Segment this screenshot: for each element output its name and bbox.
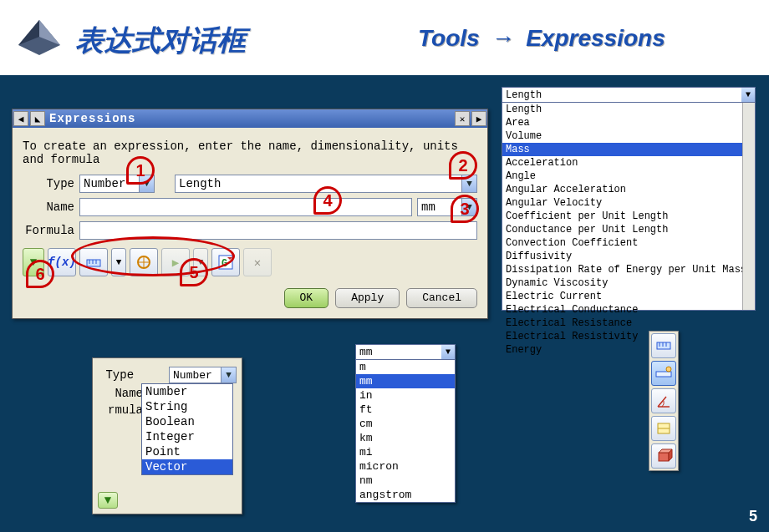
type-popup-combo[interactable]: Number ▼: [169, 367, 237, 383]
measure-length-button[interactable]: [651, 361, 676, 386]
dialog-hint: To create an expression, enter the name,…: [23, 139, 477, 166]
list-item[interactable]: Boolean: [142, 414, 232, 429]
next-button[interactable]: ▶: [161, 248, 190, 276]
list-item[interactable]: Electrical Resistivity: [502, 330, 755, 343]
unit-combo[interactable]: mm ▼: [417, 198, 477, 216]
chevron-down-icon[interactable]: ▼: [221, 367, 236, 383]
type-label: Type: [98, 368, 134, 382]
type-value: Number: [84, 177, 125, 190]
svg-text:G: G: [222, 258, 227, 270]
type-combo[interactable]: Number ▼: [79, 175, 155, 193]
list-item[interactable]: in: [356, 388, 455, 403]
list-item[interactable]: Length: [502, 103, 755, 116]
list-item[interactable]: micron: [356, 459, 455, 474]
apply-button[interactable]: Apply: [335, 288, 400, 308]
measure-menu-button[interactable]: ▼: [111, 248, 126, 276]
page-title: 表达式对话框: [75, 22, 246, 60]
page-number: 5: [749, 508, 757, 525]
chevron-down-icon[interactable]: ▼: [461, 199, 476, 215]
measure-body-button[interactable]: [651, 443, 676, 469]
measure-face-button[interactable]: [651, 416, 676, 441]
list-item[interactable]: Dynamic Viscosity: [502, 276, 755, 290]
delete-button: ✕: [243, 248, 272, 276]
formula-label: Formula: [23, 224, 74, 237]
list-item[interactable]: angstrom: [356, 488, 455, 502]
list-item[interactable]: nm: [356, 474, 455, 488]
list-item[interactable]: mi: [356, 445, 455, 459]
list-item[interactable]: Volume: [502, 129, 755, 143]
breadcrumb-left: Tools: [418, 25, 480, 51]
unit-popup-selected: mm: [359, 346, 373, 358]
breadcrumb: Tools → Expressions: [418, 25, 665, 52]
pin-button[interactable]: ◣: [30, 111, 45, 126]
list-item[interactable]: mm: [356, 374, 455, 388]
chevron-down-icon[interactable]: ▼: [441, 345, 455, 359]
chevron-down-icon[interactable]: ▼: [461, 175, 476, 192]
close-button[interactable]: ✕: [455, 111, 470, 126]
chevron-down-icon[interactable]: ▼: [741, 88, 755, 102]
list-item[interactable]: Point: [142, 444, 232, 459]
name-input[interactable]: [79, 198, 412, 216]
type-options-list[interactable]: NumberStringBooleanIntegerPointVector: [141, 383, 233, 475]
list-item[interactable]: ft: [356, 403, 455, 417]
dimensionality-value: Length: [179, 177, 221, 190]
list-item[interactable]: Diffusivity: [502, 250, 755, 263]
dimensionality-listbox[interactable]: Length ▼ LengthAreaVolumeMassAcceleratio…: [502, 87, 756, 311]
list-item[interactable]: cm: [356, 417, 455, 431]
dialog-title: Expressions: [49, 112, 135, 125]
list-item[interactable]: Conductance per Unit Length: [502, 223, 755, 236]
ok-button[interactable]: OK: [284, 288, 329, 308]
svg-rect-12: [657, 342, 670, 349]
unit-popup[interactable]: mm ▼ mmminftcmkmmimicronnmangstrom: [355, 344, 456, 503]
scrollbar[interactable]: [742, 103, 755, 310]
list-item[interactable]: Area: [502, 116, 755, 129]
type-label: Type: [23, 177, 74, 190]
list-item[interactable]: Electrical Conductance: [502, 303, 755, 317]
list-item[interactable]: Coefficient per Unit Length: [502, 210, 755, 223]
unit-value: mm: [421, 200, 435, 214]
list-item[interactable]: Vector: [142, 459, 232, 474]
svg-rect-16: [656, 372, 671, 377]
list-item[interactable]: Dissipation Rate of Energy per Unit Mass: [502, 263, 755, 276]
cancel-button[interactable]: Cancel: [406, 288, 477, 308]
measure-distance-button[interactable]: [651, 333, 676, 358]
list-item[interactable]: Energy: [502, 343, 755, 357]
list-item[interactable]: km: [356, 431, 455, 445]
measure-button[interactable]: [79, 248, 108, 276]
list-item[interactable]: Acceleration: [502, 156, 755, 170]
svg-point-17: [666, 367, 671, 372]
list-item[interactable]: Electric Current: [502, 290, 755, 303]
spreadsheet-button[interactable]: G: [211, 248, 240, 276]
list-item[interactable]: String: [142, 399, 232, 414]
app-logo: [15, 18, 64, 60]
list-item[interactable]: Convection Coefficient: [502, 236, 755, 250]
dimensionality-selected: Length: [506, 89, 542, 101]
list-item[interactable]: Angular Velocity: [502, 196, 755, 210]
list-item[interactable]: Mass: [502, 143, 755, 156]
accept-expression-button[interactable]: ▼: [98, 492, 118, 509]
measure-angle-button[interactable]: [651, 388, 676, 413]
accept-expression-button[interactable]: ▼: [23, 248, 44, 276]
nav-back-button[interactable]: ◀: [13, 111, 28, 126]
list-item[interactable]: Angular Acceleration: [502, 183, 755, 196]
dimensionality-combo[interactable]: Length ▼: [175, 175, 477, 193]
list-item[interactable]: Number: [142, 384, 232, 399]
next-menu-button[interactable]: ▼: [193, 248, 208, 276]
expressions-dialog: ◀ ◣ Expressions ✕ ▶ To create an express…: [12, 109, 488, 319]
function-button[interactable]: f(x): [48, 248, 76, 276]
chevron-down-icon[interactable]: ▼: [139, 175, 154, 192]
name-label: Name: [98, 387, 143, 400]
formula-label-trunc: rmula: [98, 403, 143, 417]
arrow-icon: →: [491, 25, 514, 51]
nav-forward-button[interactable]: ▶: [471, 111, 486, 126]
select-object-button[interactable]: [130, 248, 158, 276]
breadcrumb-right: Expressions: [526, 25, 665, 51]
list-item[interactable]: m: [356, 360, 455, 374]
list-item[interactable]: Angle: [502, 170, 755, 183]
list-item[interactable]: Electrical Resistance: [502, 317, 755, 330]
formula-input[interactable]: [79, 221, 477, 240]
svg-rect-3: [87, 260, 100, 266]
measure-toolbar: [649, 331, 679, 471]
list-item[interactable]: Integer: [142, 429, 232, 444]
type-popup-value: Number: [173, 369, 212, 382]
